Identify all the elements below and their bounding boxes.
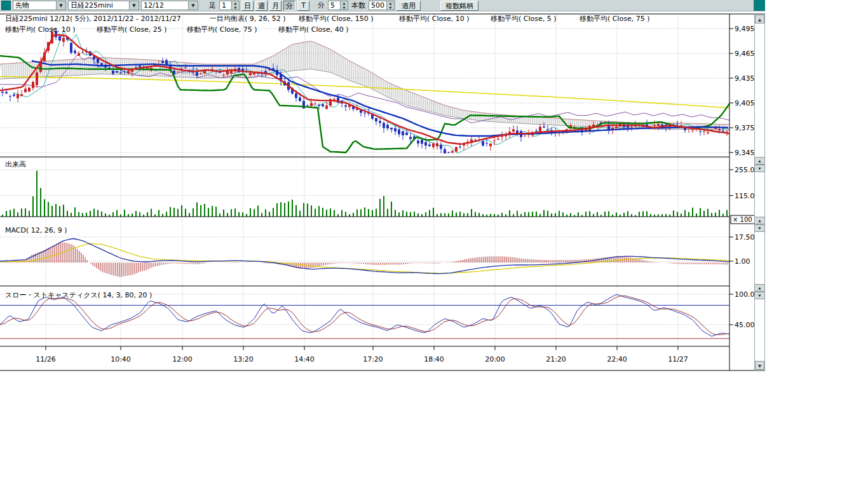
symbol-value: 日経225mini bbox=[71, 1, 113, 10]
app-icon bbox=[1, 1, 11, 10]
scroll-down-button[interactable]: ▼ bbox=[755, 361, 764, 370]
chevron-down-icon[interactable]: ▼ bbox=[56, 1, 65, 10]
contract-month-value: 12/12 bbox=[144, 1, 164, 10]
period-button-day[interactable]: 日 bbox=[241, 1, 254, 11]
time-tick-label: 18:40 bbox=[424, 355, 444, 363]
time-tick-label: 21:20 bbox=[546, 355, 566, 363]
legend-item: 日経225mini 12/12( 5分), 2012/11/22 - 2012/… bbox=[5, 15, 181, 23]
period-button-minute[interactable]: 分 bbox=[283, 1, 295, 11]
legend-item: 移動平均( Close, 150 ) bbox=[299, 15, 374, 23]
axis-tick-label: 17.50 bbox=[735, 233, 755, 241]
spin-up-icon[interactable]: ▲ bbox=[754, 284, 765, 292]
bar-type-label: 足 bbox=[209, 1, 216, 10]
time-tick-label: 12:00 bbox=[172, 355, 193, 363]
stochastics-series bbox=[0, 295, 729, 339]
panel-scroll-spinner[interactable]: ▲▼ bbox=[754, 284, 765, 298]
spin-down-icon[interactable]: ▼ bbox=[387, 6, 394, 10]
panel-scroll-spinner[interactable]: ▲▼ bbox=[754, 217, 765, 231]
stoch-d-line bbox=[0, 296, 729, 335]
axis-tick-label: 9,375 bbox=[735, 124, 755, 132]
spinner-arrows: ▲▼ bbox=[231, 1, 239, 10]
macd-panel-label: MACD( 12, 26, 9 ) bbox=[5, 226, 67, 234]
candlestick-series bbox=[1, 27, 728, 154]
legend-item: 移動平均( Close, 25 ) bbox=[97, 25, 167, 34]
period-button-month[interactable]: 月 bbox=[269, 1, 281, 11]
axis-tick-label: 1.00 bbox=[735, 257, 750, 266]
time-tick-label: 11/26 bbox=[36, 355, 56, 363]
bar-count-label: 本数 bbox=[351, 1, 365, 10]
scroll-up-button[interactable]: ▲ bbox=[755, 15, 764, 24]
legend-item: 移動平均( Close, 10 ) bbox=[399, 15, 470, 23]
bar-count-spinner[interactable]: 500 ▲▼ bbox=[369, 1, 395, 10]
legend-item: 一目均衡表( 9, 26, 52 ) bbox=[210, 15, 286, 23]
legend-item: 移動平均( Close, 75 ) bbox=[187, 25, 257, 34]
spin-down-icon[interactable]: ▼ bbox=[754, 292, 765, 299]
overlay-ma-lines bbox=[0, 30, 729, 154]
period-button-week[interactable]: 週 bbox=[255, 1, 268, 11]
stoch-k-line bbox=[0, 295, 729, 337]
chart-application-window: 9,4959,4659,4359,4059,3759,345255.00115.… bbox=[0, 0, 765, 372]
macd-signal-line bbox=[0, 243, 729, 273]
bar-interval-spinner[interactable]: 1 ▲▼ bbox=[219, 1, 240, 10]
scrollbar-track[interactable] bbox=[755, 24, 764, 361]
spinner-arrows: ▲▼ bbox=[386, 1, 394, 10]
instrument-type-select[interactable]: 先物 ▼ bbox=[13, 1, 66, 10]
symbol-select[interactable]: 日経225mini ▼ bbox=[68, 1, 139, 10]
spin-down-icon[interactable]: ▼ bbox=[232, 6, 239, 10]
legend-item: 移動平均( Close, 75 ) bbox=[580, 15, 650, 23]
axis-tick-label: 9,495 bbox=[735, 25, 755, 33]
thick-ma-lines bbox=[0, 35, 729, 152]
minute-label: 分 bbox=[318, 1, 325, 10]
apply-button[interactable]: 適用 bbox=[397, 1, 421, 11]
legend-item: 移動平均( Close, 5 ) bbox=[491, 15, 557, 23]
axis-tick-label: 9,465 bbox=[735, 50, 755, 58]
axis-tick-label: 9,345 bbox=[735, 149, 755, 157]
axis-tick-label: 9,405 bbox=[735, 99, 755, 107]
spin-down-icon[interactable]: ▼ bbox=[341, 6, 348, 10]
time-tick-label: 10:40 bbox=[111, 355, 131, 363]
chart-canvas: 9,4959,4659,4359,4059,3759,345255.00115.… bbox=[0, 0, 765, 372]
time-tick-label: 14:40 bbox=[294, 355, 315, 363]
time-tick-label: 17:20 bbox=[363, 355, 383, 363]
minute-interval-spinner[interactable]: 5 ▲▼ bbox=[328, 1, 348, 10]
legend-item: 移動平均( Close, 40 ) bbox=[278, 25, 349, 34]
spinner-arrows: ▲▼ bbox=[340, 1, 348, 10]
vertical-scrollbar[interactable]: ▲ ▼ bbox=[754, 14, 765, 370]
spin-up-icon[interactable]: ▲ bbox=[754, 217, 765, 224]
spin-up-icon[interactable]: ▲ bbox=[754, 157, 765, 165]
time-tick-label: 13:20 bbox=[233, 355, 254, 363]
instrument-type-value: 先物 bbox=[15, 1, 29, 10]
spin-down-icon[interactable]: ▼ bbox=[754, 224, 765, 232]
spin-down-icon[interactable]: ▼ bbox=[754, 165, 765, 172]
toolbar-corner-box bbox=[754, 0, 765, 11]
volume-bars bbox=[3, 171, 727, 217]
time-tick-label: 11/27 bbox=[668, 355, 688, 363]
stoch-panel-label: スロー・ストキャスティクス( 14, 3, 80, 20 ) bbox=[5, 291, 152, 299]
macd-line bbox=[0, 239, 729, 274]
volume-panel-label: 出来高 bbox=[5, 160, 26, 168]
chevron-down-icon[interactable]: ▼ bbox=[188, 1, 198, 10]
contract-month-select[interactable]: 12/12 ▼ bbox=[141, 1, 198, 10]
axis-tick-label: 45.00 bbox=[735, 321, 755, 329]
panel-scroll-spinner[interactable]: ▲▼ bbox=[754, 157, 765, 171]
chevron-down-icon[interactable]: ▼ bbox=[129, 1, 139, 10]
time-tick-label: 20:00 bbox=[485, 355, 505, 363]
axis-tick-label: 9,435 bbox=[735, 74, 755, 83]
period-button-tick[interactable]: T bbox=[297, 1, 309, 11]
time-tick-label: 22:40 bbox=[607, 355, 627, 363]
multi-symbol-button[interactable]: 複数銘柄 bbox=[440, 1, 478, 11]
volume-multiplier-label: × 100 bbox=[733, 216, 752, 223]
minute-interval-value: 5 bbox=[329, 1, 340, 10]
bar-count-value: 500 bbox=[369, 1, 386, 10]
bar-interval-value: 1 bbox=[220, 1, 231, 10]
ma-25-line bbox=[13, 30, 729, 154]
legend-item: 移動平均( Close, 10 ) bbox=[5, 25, 76, 34]
main-toolbar: 先物 ▼ 日経225mini ▼ 12/12 ▼ 足 1 ▲▼ 日 週 月 分 … bbox=[0, 0, 765, 11]
macd-series bbox=[0, 239, 729, 277]
